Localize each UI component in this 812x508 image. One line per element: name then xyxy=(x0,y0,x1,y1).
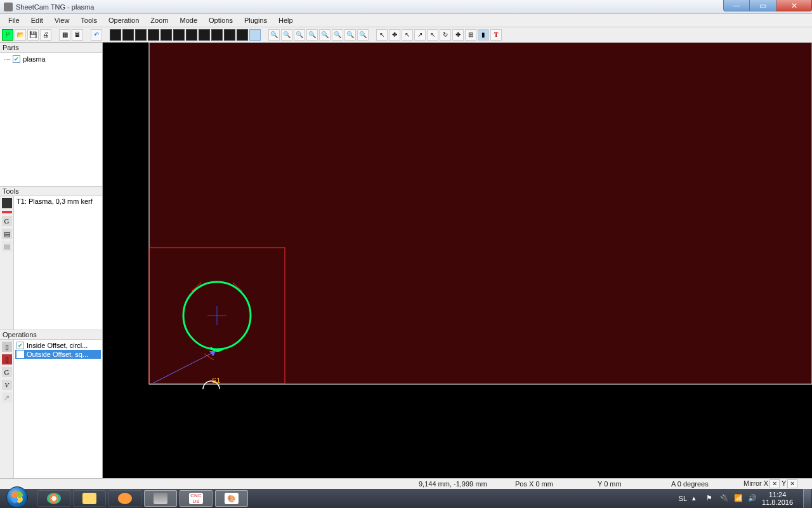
view-extra-button[interactable] xyxy=(237,29,248,41)
op-label: Outside Offset, sq... xyxy=(27,351,88,358)
operation-inside-offset[interactable]: ✔ Inside Offset, circl... xyxy=(15,341,101,350)
zoom-mat-button[interactable]: 🔍 xyxy=(332,29,343,41)
tray-flag-icon[interactable]: ⚑ xyxy=(706,494,715,503)
view-true-button[interactable] xyxy=(211,29,223,41)
menu-mode[interactable]: Mode xyxy=(174,15,203,25)
postprocess-button[interactable]: P xyxy=(2,29,13,41)
origin-button[interactable]: ⊞ xyxy=(465,29,476,41)
taskbar-explorer[interactable] xyxy=(73,490,106,507)
mirror-x-button[interactable]: ✕ xyxy=(769,479,780,488)
menu-file[interactable]: File xyxy=(3,15,25,25)
op-checkbox[interactable]: ✔ xyxy=(16,342,24,349)
tool-plasma-icon[interactable] xyxy=(2,198,12,208)
tray-power-icon[interactable]: 🔌 xyxy=(720,494,729,503)
status-posy: Y 0 mm xyxy=(598,480,622,488)
operations-list[interactable]: ✔ Inside Offset, circl... ✔ Outside Offs… xyxy=(14,340,102,478)
tray-up-icon[interactable]: ▴ xyxy=(692,494,701,503)
close-button[interactable]: ✕ xyxy=(776,0,812,11)
zoom-job-button[interactable]: 🔍 xyxy=(319,29,331,41)
zoom-sel-button[interactable]: 🔍 xyxy=(357,29,369,41)
view-rapids-button[interactable] xyxy=(135,29,147,41)
undo-button[interactable]: ↶ xyxy=(91,29,102,41)
tree-expand-icon: ····· xyxy=(4,55,10,63)
windows-taskbar: CNCUS 🎨 SL ▴ ⚑ 🔌 📶 🔊 11:24 11.8.2016 xyxy=(0,489,812,508)
part-item[interactable]: ····· ✔ plasma xyxy=(4,55,98,63)
taskbar-paint[interactable]: 🎨 xyxy=(215,490,248,507)
drawing-canvas[interactable]: S1 xyxy=(103,43,812,478)
measure-button[interactable]: ↗ xyxy=(414,29,426,41)
tool-gcode-icon[interactable]: G xyxy=(2,216,12,226)
zoom-out-button[interactable]: 🔍 xyxy=(294,29,305,41)
nesting-button[interactable]: ↖ xyxy=(427,29,438,41)
tool-item[interactable]: T1: Plasma, 0,3 mm kerf xyxy=(16,197,100,205)
select-button[interactable]: ↖ xyxy=(376,29,388,41)
view-starts-button[interactable] xyxy=(160,29,172,41)
cnc-icon: CNCUS xyxy=(189,493,203,504)
canvas-svg: S1 xyxy=(103,43,812,478)
status-posx: Pos X 0 mm xyxy=(515,480,553,488)
parts-tree[interactable]: ····· ✔ plasma xyxy=(0,53,102,186)
menu-help[interactable]: Help xyxy=(273,15,299,25)
op-arrow-icon[interactable]: ↗ xyxy=(2,392,12,403)
status-cursor: 9,144 mm, -1,999 mm xyxy=(419,480,487,488)
view-toolpaths-button[interactable] xyxy=(122,29,134,41)
op-new-icon[interactable]: ▯ xyxy=(2,342,12,352)
tray-volume-icon[interactable]: 🔊 xyxy=(748,494,757,503)
zoom-in-button[interactable]: 🔍 xyxy=(281,29,292,41)
pan-button[interactable]: ✥ xyxy=(452,29,464,41)
print-button[interactable]: 🖨 xyxy=(40,29,51,41)
quick-button[interactable]: ▮ xyxy=(478,29,489,41)
view-part-button[interactable] xyxy=(148,29,159,41)
calc-button[interactable]: 🖩 xyxy=(72,29,83,41)
save-button[interactable]: 💾 xyxy=(27,29,39,41)
view-layer-button[interactable] xyxy=(199,29,210,41)
op-gcode-icon[interactable]: G xyxy=(2,367,12,377)
ops-toolstrip: ▯ ▯ G V ↗ xyxy=(0,340,14,478)
tray-network-icon[interactable]: 📶 xyxy=(734,494,743,503)
taskbar-media[interactable] xyxy=(108,490,141,507)
open-button[interactable]: 📂 xyxy=(15,29,26,41)
show-desktop-button[interactable] xyxy=(803,489,811,508)
edit-starts-button[interactable]: ✥ xyxy=(389,29,400,41)
menu-zoom[interactable]: Zoom xyxy=(145,15,174,25)
taskbar-chrome[interactable] xyxy=(37,490,70,507)
zoom-part-button[interactable]: 🔍 xyxy=(344,29,356,41)
tool-extra-icon[interactable]: ▤ xyxy=(2,241,12,251)
view-material-button[interactable] xyxy=(110,29,121,41)
menu-tools[interactable]: Tools xyxy=(75,15,103,25)
rotate-button[interactable]: ↻ xyxy=(440,29,451,41)
menu-options[interactable]: Options xyxy=(203,15,239,25)
menu-edit[interactable]: Edit xyxy=(25,15,49,25)
zoom-fit-button[interactable]: 🔍 xyxy=(268,29,280,41)
taskbar-cnc[interactable]: CNCUS xyxy=(180,490,213,507)
minimize-button[interactable]: — xyxy=(723,0,750,11)
tool-table-icon[interactable]: ▤ xyxy=(2,229,12,239)
maximize-button[interactable]: ▭ xyxy=(750,0,776,11)
taskbar-clock[interactable]: 11:24 11.8.2016 xyxy=(762,491,798,506)
view-scrap-button[interactable] xyxy=(186,29,197,41)
view-dark-button[interactable] xyxy=(224,29,235,41)
tool-laser-icon[interactable] xyxy=(2,211,12,213)
op-var-icon[interactable]: V xyxy=(2,380,12,390)
move-button[interactable]: ↖ xyxy=(402,29,413,41)
taskbar-sheetcam[interactable] xyxy=(144,490,177,507)
menu-plugins[interactable]: Plugins xyxy=(239,15,273,25)
view-selected-button[interactable] xyxy=(249,29,261,41)
menu-bar: File Edit View Tools Operation Zoom Mode… xyxy=(0,14,812,27)
grid-button[interactable]: ▦ xyxy=(59,29,70,41)
app-icon xyxy=(4,3,13,11)
operation-outside-offset[interactable]: ✔ Outside Offset, sq... xyxy=(15,350,101,359)
text-button[interactable]: T xyxy=(490,29,502,41)
part-checkbox[interactable]: ✔ xyxy=(13,55,20,63)
op-checkbox[interactable]: ✔ xyxy=(16,351,24,358)
view-path-button[interactable] xyxy=(173,29,185,41)
op-del-icon[interactable]: ▯ xyxy=(2,354,12,364)
tools-list[interactable]: T1: Plasma, 0,3 mm kerf xyxy=(14,196,102,330)
menu-operation[interactable]: Operation xyxy=(103,15,145,25)
start-button[interactable] xyxy=(0,489,34,508)
lang-indicator[interactable]: SL xyxy=(679,495,687,502)
zoom-window-button[interactable]: 🔍 xyxy=(306,29,318,41)
mirror-y-button[interactable]: ✕ xyxy=(787,479,797,488)
menu-view[interactable]: View xyxy=(49,15,75,25)
main-toolbar: P 📂 💾 🖨 ▦ 🖩 ↶ 🔍 🔍 🔍 🔍 🔍 🔍 🔍 🔍 ↖ ✥ ↖ ↗ ↖ … xyxy=(0,27,812,43)
